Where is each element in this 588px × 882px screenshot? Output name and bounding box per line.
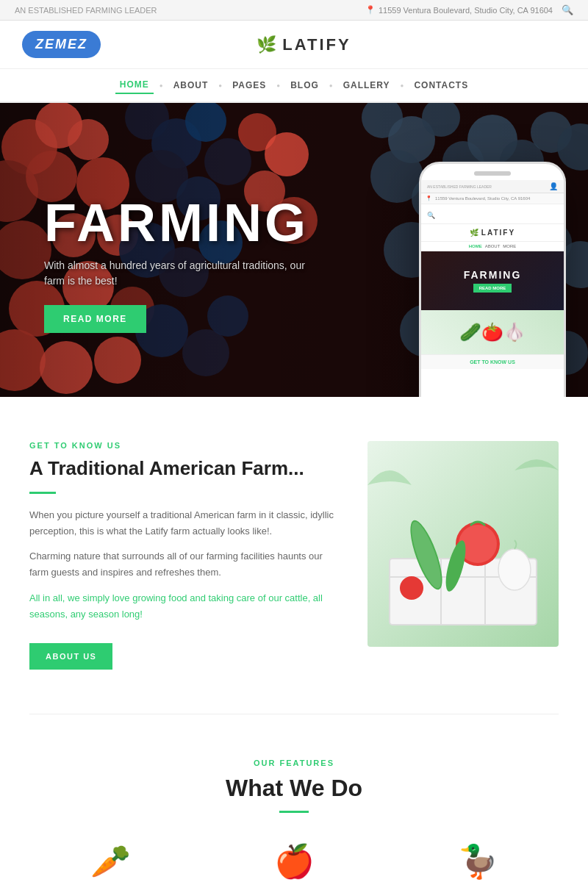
phone-veggie-image: 🥒🍅🧄: [421, 310, 564, 354]
about-para-3: All in all, we simply love growing food …: [29, 590, 338, 623]
phone-section-label: GET TO KNOW US: [421, 354, 564, 369]
features-section: OUR FEATURES What We Do 🥕 Vegetables Veg…: [0, 714, 588, 882]
top-bar-right: 📍 11559 Ventura Boulevard, Studio City, …: [365, 4, 573, 15]
about-image: [368, 441, 559, 647]
phone-speaker: [474, 171, 511, 176]
hero-section: FARMING With almost a hundred years of a…: [0, 103, 588, 397]
about-para-1: When you picture yourself a traditional …: [29, 507, 338, 539]
nav-dot-3: ●: [276, 82, 280, 89]
read-more-button[interactable]: READ MORE: [44, 305, 146, 333]
phone-user-icon: 👤: [549, 182, 558, 190]
hero-text: FARMING With almost a hundred years of a…: [0, 167, 323, 333]
address-text: 11559 Ventura Boulevard, Studio City, CA…: [379, 6, 553, 15]
about-text: GET TO KNOW US A Traditional American Fa…: [29, 441, 338, 670]
feature-item-fruits: 🍎 Fruits There is a great difference bet…: [213, 842, 375, 882]
site-logo-area: 🌿 LATIFY: [257, 35, 351, 54]
phone-read-more-btn: READ MORE: [473, 284, 512, 293]
top-bar-address: 📍 11559 Ventura Boulevard, Studio City, …: [365, 5, 553, 15]
about-divider: [29, 492, 56, 494]
phone-address: 11559 Ventura Boulevard, Studio City, CA…: [435, 196, 530, 201]
features-title: What We Do: [29, 775, 559, 802]
main-nav: HOME ● ABOUT ● PAGES ● BLOG ● GALLERY ● …: [0, 69, 588, 103]
duck-icon: 🦆: [397, 842, 559, 881]
about-us-button[interactable]: ABOUT US: [29, 643, 112, 670]
nav-dot-4: ●: [329, 82, 333, 89]
location-icon: 📍: [365, 5, 376, 15]
hero-title: FARMING: [44, 196, 323, 249]
site-brand: 🌿 LATIFY: [257, 35, 351, 54]
nav-dot-1: ●: [159, 82, 163, 89]
nav-item-home[interactable]: HOME: [115, 76, 154, 94]
phone-brand: 🌿 LATIFY: [421, 224, 564, 242]
about-veggie-svg: [368, 441, 559, 647]
nav-item-blog[interactable]: BLOG: [286, 77, 323, 93]
nav-item-gallery[interactable]: GALLERY: [339, 77, 395, 93]
nav-item-contacts[interactable]: CONTACTS: [409, 77, 473, 93]
about-para-2: Charming nature that surrounds all of ou…: [29, 548, 338, 581]
svg-point-63: [400, 576, 423, 600]
phone-screen: AN ESTABLISHED FARMING LEADER 👤 📍 11559 …: [421, 180, 564, 397]
phone-hero-mini: FARMING READ MORE: [421, 251, 564, 310]
phone-outer: AN ESTABLISHED FARMING LEADER 👤 📍 11559 …: [419, 162, 566, 397]
nav-dot-2: ●: [218, 82, 222, 89]
nav-dot-5: ●: [401, 82, 404, 89]
features-grid: 🥕 Vegetables Vegetable farming is the gr…: [29, 842, 559, 882]
features-divider: [279, 811, 309, 813]
feature-item-livestock: 🦆 Livestock We additionally produce a lo…: [397, 842, 559, 882]
about-label: GET TO KNOW US: [29, 441, 338, 450]
top-bar: AN ESTABLISHED FARMING LEADER 📍 11559 Ve…: [0, 0, 588, 21]
hero-subtitle: With almost a hundred years of agricultu…: [44, 258, 323, 289]
phone-brand-name: LATIFY: [481, 229, 515, 237]
phone-topbar-text: AN ESTABLISHED FARMING LEADER: [427, 184, 492, 189]
apple-icon: 🍎: [213, 842, 375, 881]
about-title: A Traditional American Farm...: [29, 457, 338, 480]
phone-hero-title: FARMING: [464, 269, 522, 281]
zemez-logo[interactable]: ZEMEZ: [22, 31, 101, 58]
features-label: OUR FEATURES: [29, 759, 559, 767]
svg-point-62: [498, 549, 531, 590]
carrot-icon: 🥕: [29, 842, 191, 881]
search-icon[interactable]: 🔍: [562, 4, 573, 15]
nav-item-pages[interactable]: PAGES: [228, 77, 270, 93]
phone-mockup: AN ESTABLISHED FARMING LEADER 👤 📍 11559 …: [419, 162, 566, 397]
feature-item-vegetables: 🥕 Vegetables Vegetable farming is the gr…: [29, 842, 191, 882]
phone-top-bar: AN ESTABLISHED FARMING LEADER 👤: [421, 180, 564, 193]
top-bar-tagline: AN ESTABLISHED FARMING LEADER: [15, 6, 157, 15]
nav-item-about[interactable]: ABOUT: [169, 77, 213, 93]
site-name: LATIFY: [282, 35, 351, 54]
header: ZEMEZ 🌿 LATIFY: [0, 21, 588, 69]
about-section: GET TO KNOW US A Traditional American Fa…: [0, 397, 588, 714]
leaf-icon: 🌿: [257, 35, 276, 54]
